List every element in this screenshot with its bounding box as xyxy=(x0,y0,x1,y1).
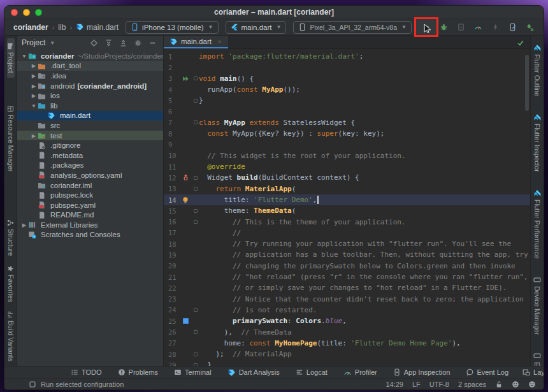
code-line-16[interactable]: 16 // This is the theme of your applicat… xyxy=(164,216,530,227)
device-selector-dropdown[interactable]: iPhone 13 (mobile) ▼ xyxy=(126,21,218,34)
tool-strip-item-flutter-outline[interactable]: Flutter Outline xyxy=(533,40,541,101)
happy-face-icon[interactable] xyxy=(512,381,519,388)
code-line-6[interactable]: 6 xyxy=(164,106,530,117)
tree-expand-arrow[interactable]: ▶ xyxy=(30,92,38,99)
sad-face-icon[interactable] xyxy=(528,381,536,388)
tool-strip-item-flutter-inspector[interactable]: Flutter Inspector xyxy=(533,109,541,177)
run-config-icon[interactable] xyxy=(29,381,36,388)
tree-item-ios[interactable]: ▶ios xyxy=(17,91,163,101)
tree-expand-arrow[interactable]: ▼ xyxy=(30,103,38,109)
code-line-3[interactable]: 3void main() { xyxy=(164,73,530,84)
tree-item-pubspec-yaml[interactable]: pubspec.yaml xyxy=(17,200,163,210)
editor-tab-main-dart[interactable]: main.dart xyxy=(164,36,228,48)
hide-button[interactable] xyxy=(148,39,157,47)
editor-scrollbar[interactable] xyxy=(525,55,529,111)
tool-strip-item-project[interactable]: Project xyxy=(7,38,15,78)
code-line-8[interactable]: 8 const MyApp({Key? key}) : super(key: k… xyxy=(164,128,530,139)
tool-window-button-dart-analysis[interactable]: Dart Analysis xyxy=(227,368,280,377)
line-ending-indicator[interactable]: LF xyxy=(412,381,421,388)
fold-marker[interactable] xyxy=(192,187,199,191)
collapse-all-button[interactable] xyxy=(119,39,127,47)
fold-marker[interactable] xyxy=(192,352,199,356)
tool-window-button-layout-inspector[interactable]: Layout Inspector xyxy=(523,368,544,376)
indent-indicator[interactable]: 2 spaces xyxy=(458,381,486,388)
chevron-down-icon[interactable]: ▼ xyxy=(50,40,55,46)
run-main-gutter-icon[interactable] xyxy=(179,75,192,82)
tool-window-button-problems[interactable]: Problems xyxy=(118,368,158,376)
code-line-9[interactable]: 9 xyxy=(164,139,530,150)
code-line-27[interactable]: 27 home: const MyHomePage(title: 'Flutte… xyxy=(164,338,530,349)
code-line-7[interactable]: 7class MyApp extends StatelessWidget { xyxy=(164,117,530,128)
tree-item-src[interactable]: src xyxy=(17,120,163,131)
code-line-24[interactable]: 24 // is not restarted. xyxy=(164,305,530,316)
tree-expand-arrow[interactable]: ▶ xyxy=(30,62,38,69)
tree-item-coriander[interactable]: ▼coriander~/StudioProjects/coriander xyxy=(17,51,163,61)
code-line-12[interactable]: 12 Widget build(BuildContext context) { xyxy=(164,172,530,183)
code-line-2[interactable]: 2 xyxy=(164,62,530,73)
fold-marker[interactable] xyxy=(192,220,199,224)
fold-marker[interactable] xyxy=(192,99,199,103)
tree-item-pubspec-lock[interactable]: pubspec.lock xyxy=(17,190,163,200)
tree-item--metadata[interactable]: .metadata xyxy=(17,150,163,161)
color-swatch-gutter-icon[interactable] xyxy=(179,317,192,324)
code-line-4[interactable]: 4 runApp(const MyApp()); xyxy=(164,84,530,95)
code-line-25[interactable]: 25 primarySwatch: Colors.blue, xyxy=(164,316,530,326)
code-line-22[interactable]: 22 // or simply save your changes to "ho… xyxy=(164,282,530,293)
tree-item--packages[interactable]: .packages xyxy=(17,161,163,171)
code-line-19[interactable]: 19 // application has a blue toolbar. Th… xyxy=(164,249,530,260)
profile-button[interactable] xyxy=(471,20,486,34)
fold-marker[interactable] xyxy=(192,76,199,80)
breadcrumb-file[interactable]: main.dart xyxy=(76,23,119,32)
tree-item--idea[interactable]: ▶.idea xyxy=(17,71,163,81)
run-button[interactable] xyxy=(419,20,435,34)
intention-bulb-icon[interactable] xyxy=(179,196,192,204)
tree-item--gitignore[interactable]: .gitignore xyxy=(17,140,163,150)
caret-position[interactable]: 14:29 xyxy=(386,381,403,388)
tree-item-coriander-iml[interactable]: coriander.iml xyxy=(17,180,163,191)
attach-android-debugger-button[interactable] xyxy=(523,20,538,34)
breadcrumb-project[interactable]: coriander xyxy=(13,23,48,32)
tree-item-scratches-and-consoles[interactable]: Scratches and Consoles xyxy=(17,230,163,240)
code-line-21[interactable]: 21 // "hot reload" (press "r" in the con… xyxy=(164,272,530,282)
code-line-5[interactable]: 5} xyxy=(164,95,530,106)
locate-button[interactable] xyxy=(90,39,98,47)
code-line-23[interactable]: 23 // Notice that the counter didn't res… xyxy=(164,294,530,305)
code-line-13[interactable]: 13 return MaterialApp( xyxy=(164,184,530,194)
code-line-14[interactable]: 14 title: 'Flutter Demo', xyxy=(164,194,530,205)
tree-item-lib[interactable]: ▼lib xyxy=(17,101,163,111)
code-line-15[interactable]: 15 theme: ThemeData( xyxy=(164,205,530,216)
encoding-indicator[interactable]: UTF-8 xyxy=(429,381,449,388)
debug-button[interactable] xyxy=(436,20,452,34)
close-tab-icon[interactable] xyxy=(217,39,222,45)
attach-debugger-button[interactable] xyxy=(505,20,521,34)
override-gutter-icon[interactable] xyxy=(179,174,192,181)
tree-item-analysis-options-yaml[interactable]: analysis_options.yaml xyxy=(17,170,163,180)
settings-button[interactable] xyxy=(134,39,142,47)
title-bar[interactable]: coriander – main.dart [coriander] xyxy=(4,6,544,19)
tree-expand-arrow[interactable]: ▶ xyxy=(20,222,28,228)
tool-strip-item-device-manager[interactable]: Device Manager xyxy=(533,272,541,339)
tool-window-button-app-inspection[interactable]: App Inspection xyxy=(393,368,451,376)
run-configuration-dropdown[interactable]: main.dart ▼ xyxy=(226,21,287,34)
breadcrumb-folder[interactable]: lib xyxy=(58,23,66,32)
tree-expand-arrow[interactable]: ▶ xyxy=(30,83,38,89)
tool-window-button-logcat[interactable]: Logcat xyxy=(296,368,328,376)
fold-marker[interactable] xyxy=(192,330,199,334)
zoom-window-button[interactable] xyxy=(35,9,42,16)
code-line-20[interactable]: 20 // changing the primarySwatch below t… xyxy=(164,261,530,272)
tree-item-main-dart[interactable]: main.dart xyxy=(17,111,163,121)
tree-item-android[interactable]: ▶android[coriander_android] xyxy=(17,81,163,91)
apply-changes-button[interactable] xyxy=(488,20,503,34)
tree-item-test[interactable]: ▶test xyxy=(17,131,163,141)
code-line-26[interactable]: 26 ), // ThemeData xyxy=(164,326,530,337)
tool-strip-item-structure[interactable]: Structure xyxy=(7,215,15,261)
tool-window-button-profiler[interactable]: Profiler xyxy=(343,368,377,377)
code-line-18[interactable]: 18 // Try running your application with … xyxy=(164,238,530,249)
stop-button[interactable] xyxy=(540,20,544,34)
code-line-17[interactable]: 17 // xyxy=(164,228,530,238)
tool-window-button-terminal[interactable]: Terminal xyxy=(174,368,212,376)
tool-strip-item-emulator[interactable]: Emulator xyxy=(533,347,541,366)
fold-marker[interactable] xyxy=(192,308,199,312)
project-header-label[interactable]: Project xyxy=(22,38,45,47)
minimize-window-button[interactable] xyxy=(23,9,30,16)
